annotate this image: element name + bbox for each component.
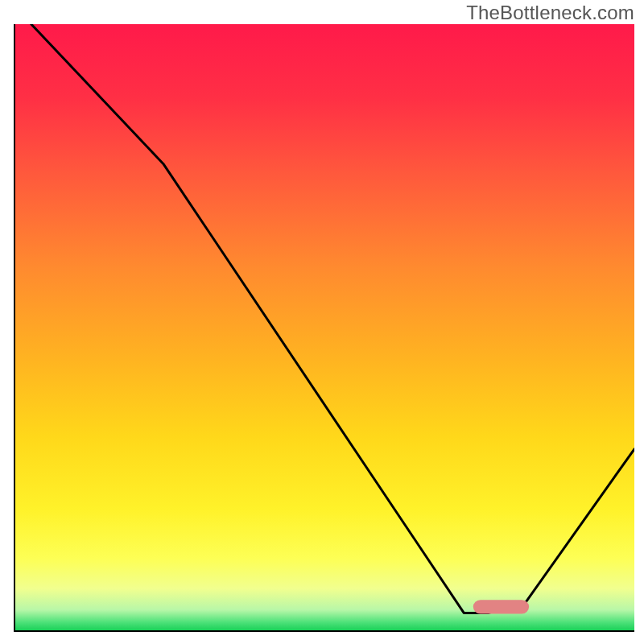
gradient-background	[14, 24, 634, 631]
chart-container: TheBottleneck.com	[0, 0, 644, 644]
watermark-text: TheBottleneck.com	[466, 2, 634, 24]
bottleneck-chart	[0, 0, 644, 644]
marker-bar	[473, 600, 529, 613]
